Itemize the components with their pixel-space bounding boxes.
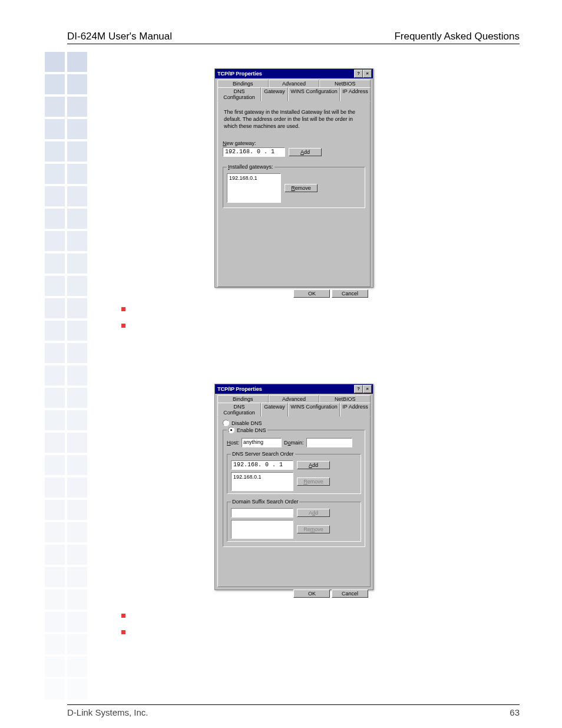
close-button[interactable]: × <box>363 70 372 78</box>
host-input[interactable]: anything <box>242 438 282 447</box>
new-gateway-input[interactable]: 192.168. 0 . 1 <box>223 147 285 157</box>
bullet-icon <box>121 630 125 634</box>
bullet-icon <box>121 307 125 311</box>
disable-dns-radio[interactable]: Disable DNS <box>223 420 365 426</box>
dns-server-list[interactable]: 192.168.0.1 <box>231 472 293 491</box>
footer-page-number: 63 <box>510 707 520 717</box>
tab-netbios[interactable]: NetBIOS <box>319 395 371 403</box>
header-left: DI-624M User's Manual <box>67 31 172 42</box>
page-footer: D-Link Systems, Inc. 63 <box>67 704 520 717</box>
tab-wins-config[interactable]: WINS Configuration <box>288 403 340 417</box>
tab-gateway[interactable]: Gateway <box>261 87 288 101</box>
cancel-button[interactable]: Cancel <box>332 289 368 298</box>
suffix-search-order-label: Domain Suffix Search Order <box>231 499 299 505</box>
suffix-search-order-group: Domain Suffix Search Order Add Remove <box>227 499 361 542</box>
tab-bindings[interactable]: Bindings <box>217 395 269 403</box>
tab-dns-config[interactable]: DNS Configuration <box>217 403 261 417</box>
titlebar[interactable]: TCP/IP Properties ? × <box>215 69 373 78</box>
bullet-icon <box>121 614 125 618</box>
help-button[interactable]: ? <box>354 70 363 78</box>
installed-gateways-group: Installed gateways: 192.168.0.1 Remove <box>223 164 365 208</box>
host-label: Host: <box>227 440 239 446</box>
installed-gateways-list[interactable]: 192.168.0.1 <box>227 173 281 203</box>
gateway-description: The first gateway in the Installed Gatew… <box>224 108 364 130</box>
sidebar-decoration <box>45 52 104 699</box>
dns-remove-button[interactable]: Remove <box>297 477 330 486</box>
close-button[interactable]: × <box>363 385 372 393</box>
dns-server-input[interactable]: 192.168. 0 . 1 <box>231 460 293 470</box>
titlebar[interactable]: TCP/IP Properties ? × <box>215 384 373 394</box>
help-button[interactable]: ? <box>354 385 363 393</box>
tab-panel: Disable DNS Enable DNS Host: anything Do… <box>217 416 371 587</box>
page-header: DI-624M User's Manual Frequently Asked Q… <box>67 31 520 44</box>
tab-wins-config[interactable]: WINS Configuration <box>288 87 340 101</box>
list-item[interactable]: 192.168.0.1 <box>233 474 291 480</box>
header-right: Frequently Asked Questions <box>394 31 520 42</box>
ok-button[interactable]: OK <box>293 289 330 298</box>
enable-dns-radio[interactable]: Enable DNS <box>228 427 266 433</box>
bullet-icon <box>121 324 125 328</box>
tab-ip-address[interactable]: IP Address <box>340 403 371 417</box>
domain-label: Domain: <box>284 440 304 446</box>
installed-gateways-label: Installed gateways: <box>227 164 275 170</box>
list-item[interactable]: 192.168.0.1 <box>229 175 279 181</box>
add-button[interactable]: Add <box>289 148 322 156</box>
remove-button[interactable]: Remove <box>285 184 318 192</box>
tab-gateway[interactable]: Gateway <box>261 403 288 417</box>
enable-dns-group: Enable DNS Host: anything Domain: DNS Se… <box>223 427 365 547</box>
tcpip-dialog-gateway: TCP/IP Properties ? × Bindings Advanced … <box>214 68 373 288</box>
tcpip-dialog-dns: TCP/IP Properties ? × Bindings Advanced … <box>214 384 373 590</box>
suffix-remove-button[interactable]: Remove <box>297 525 330 533</box>
suffix-input[interactable] <box>231 508 293 518</box>
tab-panel: The first gateway in the Installed Gatew… <box>217 101 371 287</box>
tab-netbios[interactable]: NetBIOS <box>319 80 371 88</box>
dns-search-order-group: DNS Server Search Order 192.168. 0 . 1 A… <box>227 451 361 494</box>
dns-add-button[interactable]: Add <box>297 461 330 469</box>
suffix-list[interactable] <box>231 520 293 539</box>
ok-button[interactable]: OK <box>293 589 330 598</box>
footer-left: D-Link Systems, Inc. <box>67 707 148 717</box>
domain-input[interactable] <box>306 438 352 447</box>
dialog-title: TCP/IP Properties <box>217 71 262 77</box>
cancel-button[interactable]: Cancel <box>332 589 368 598</box>
tab-ip-address[interactable]: IP Address <box>340 87 371 101</box>
tab-dns-config[interactable]: DNS Configuration <box>217 87 261 101</box>
dialog-title: TCP/IP Properties <box>217 386 262 392</box>
new-gateway-label: New gateway: <box>223 140 365 146</box>
suffix-add-button[interactable]: Add <box>297 509 330 517</box>
tab-advanced[interactable]: Advanced <box>269 80 320 88</box>
tab-bindings[interactable]: Bindings <box>217 80 269 88</box>
dns-search-order-label: DNS Server Search Order <box>231 451 295 457</box>
tab-advanced[interactable]: Advanced <box>269 395 320 403</box>
